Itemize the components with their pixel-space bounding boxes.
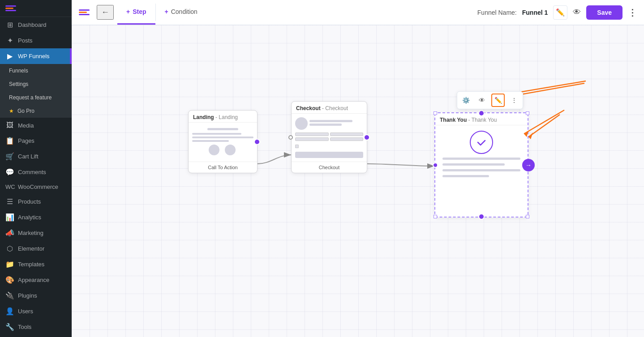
sidebar-item-go-pro[interactable]: ★ Go Pro (0, 104, 72, 118)
svg-marker-4 (528, 132, 533, 139)
media-icon: 🖼 (5, 121, 14, 129)
landing-node-title: Landing - Landing (189, 111, 257, 123)
wp-funnels-submenu: Funnels Settings Request a feature ★ Go … (0, 64, 72, 118)
dashboard-icon: ⊞ (5, 21, 14, 29)
topbar-logo-icon (79, 9, 90, 15)
appearance-icon: 🎨 (5, 276, 14, 284)
annotation-overlay (72, 25, 644, 337)
sidebar-item-elementor[interactable]: ⬡ Elementor (0, 241, 72, 256)
wp-logo-icon (5, 5, 16, 11)
topbar-right: Funnel Name: Funnel 1 ✏️ 👁 Save ⋮ (477, 5, 637, 20)
topbar-tabs: + Step + Condition (117, 0, 206, 25)
corner-handle-tr (526, 111, 529, 115)
action-edit-button[interactable]: ✏️ (491, 94, 505, 107)
topbar: ← + Step + Condition Funnel Name: Funnel… (72, 0, 644, 25)
topbar-logo (79, 9, 90, 15)
sidebar-item-request-feature[interactable]: Request a feature (0, 91, 72, 104)
thankyou-check-icon (470, 131, 493, 154)
sidebar-item-pages[interactable]: 📋 Pages (0, 133, 72, 149)
funnel-name-value: Funnel 1 (522, 9, 548, 16)
marketing-icon: 📣 (5, 229, 14, 237)
sidebar-item-media[interactable]: 🖼 Media (0, 118, 72, 133)
tab-step[interactable]: + Step (117, 0, 155, 25)
products-icon: ☰ (5, 197, 14, 206)
corner-handle-br (526, 215, 529, 218)
sidebar-item-cart-lift[interactable]: 🛒 Cart Lift (0, 149, 72, 164)
posts-icon: ✦ (5, 36, 14, 45)
sidebar: ⊞ Dashboard ✦ Posts ▶ WP Funnels Funnels… (0, 0, 72, 337)
corner-handle-tl (434, 111, 437, 115)
sidebar-item-posts[interactable]: ✦ Posts (0, 33, 72, 48)
star-icon: ★ (9, 108, 14, 114)
main-content: ← + Step + Condition Funnel Name: Funnel… (72, 0, 644, 337)
sidebar-item-marketing[interactable]: 📣 Marketing (0, 225, 72, 241)
funnel-name-label: Funnel Name: (477, 9, 517, 16)
tools-icon: 🔧 (5, 323, 14, 331)
landing-handle-right[interactable] (254, 139, 260, 145)
sidebar-item-funnels[interactable]: Funnels (0, 64, 72, 77)
sidebar-logo (0, 0, 72, 17)
corner-handle-bl (434, 215, 437, 218)
save-button[interactable]: Save (586, 5, 623, 20)
elementor-icon: ⬡ (5, 244, 14, 253)
thankyou-content-lines (442, 158, 520, 179)
action-settings-button[interactable]: ⚙️ (459, 94, 472, 107)
action-more-button[interactable]: ⋮ (507, 94, 521, 107)
action-preview-button[interactable]: 👁 (475, 94, 489, 107)
sidebar-item-wp-funnels[interactable]: ▶ WP Funnels (0, 48, 72, 64)
checkout-node-footer[interactable]: Checkout (292, 162, 367, 173)
node-checkout[interactable]: Checkout - Checkout (291, 101, 367, 173)
pages-icon: 📋 (5, 137, 14, 145)
checkout-node-title: Checkout - Checkout (292, 102, 367, 114)
sidebar-item-comments[interactable]: 💬 Comments (0, 164, 72, 180)
wp-funnels-icon: ▶ (5, 52, 14, 60)
connections-svg (72, 25, 644, 337)
cart-lift-icon: 🛒 (5, 152, 14, 161)
thankyou-handle-bottom[interactable] (478, 213, 485, 220)
sidebar-item-dashboard[interactable]: ⊞ Dashboard (0, 17, 72, 33)
thankyou-handle-top[interactable] (478, 110, 485, 116)
thankyou-add-next[interactable]: → (522, 159, 535, 171)
thankyou-node-preview (435, 125, 528, 184)
sidebar-item-tools[interactable]: 🔧 Tools (0, 319, 72, 335)
users-icon: 👤 (5, 307, 14, 316)
svg-line-7 (524, 110, 564, 134)
tab-condition[interactable]: + Condition (156, 0, 206, 25)
landing-node-cta[interactable]: Call To Action (189, 162, 257, 173)
checkout-handle-left[interactable] (288, 135, 293, 140)
node-landing[interactable]: Landing - Landing Call To Action (188, 110, 258, 173)
preview-button[interactable]: 👁 (573, 8, 581, 17)
more-options-button[interactable]: ⋮ (628, 7, 637, 18)
comments-icon: 💬 (5, 168, 14, 176)
thankyou-handle-left[interactable] (433, 162, 438, 168)
sidebar-item-analytics[interactable]: 📊 Analytics (0, 209, 72, 225)
svg-line-3 (528, 115, 560, 137)
funnel-canvas: Landing - Landing Call To Action Checkou… (72, 25, 644, 337)
node-action-toolbar: ⚙️ 👁 ✏️ ⋮ (457, 91, 523, 109)
templates-icon: 📁 (5, 260, 14, 269)
sidebar-item-woocommerce[interactable]: WC WooCommerce (0, 180, 72, 194)
checkout-node-preview (292, 114, 367, 162)
sidebar-item-products[interactable]: ☰ Products (0, 194, 72, 209)
sidebar-item-plugins[interactable]: 🔌 Plugins (0, 288, 72, 303)
checkout-handle-right[interactable] (364, 134, 370, 141)
analytics-icon: 📊 (5, 213, 14, 222)
landing-node-preview (189, 123, 257, 162)
sidebar-item-appearance[interactable]: 🎨 Appearance (0, 272, 72, 288)
node-thankyou[interactable]: → Thank You - Thank You (434, 112, 528, 218)
edit-funnel-name-button[interactable]: ✏️ (553, 5, 567, 20)
back-button[interactable]: ← (97, 5, 114, 20)
sidebar-item-users[interactable]: 👤 Users (0, 303, 72, 319)
plugins-icon: 🔌 (5, 291, 14, 300)
sidebar-item-settings[interactable]: Settings (0, 77, 72, 91)
woocommerce-icon: WC (5, 183, 14, 190)
sidebar-item-templates[interactable]: 📁 Templates (0, 256, 72, 272)
